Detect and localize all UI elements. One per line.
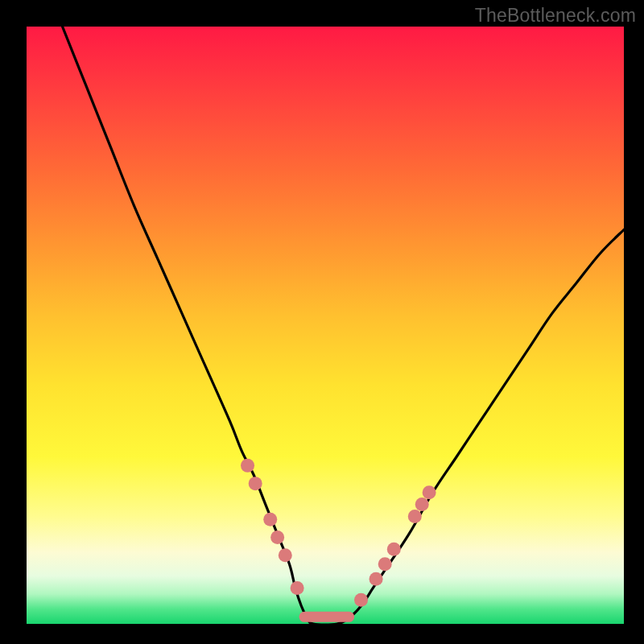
curve-marker bbox=[408, 510, 422, 523]
curve-marker bbox=[354, 593, 368, 607]
curve-marker bbox=[378, 557, 392, 571]
right-markers bbox=[354, 485, 436, 607]
curve-marker bbox=[249, 477, 262, 490]
curve-marker bbox=[291, 581, 304, 595]
watermark-text: TheBottleneck.com bbox=[475, 5, 636, 27]
curve-layer bbox=[27, 27, 624, 624]
curve-marker bbox=[415, 497, 429, 511]
curve-marker bbox=[263, 513, 277, 526]
left-markers bbox=[241, 459, 304, 595]
curve-marker bbox=[241, 459, 254, 473]
curve-marker bbox=[279, 548, 292, 562]
chart-frame: TheBottleneck.com bbox=[0, 0, 644, 644]
bottleneck-curve bbox=[63, 27, 624, 624]
plot-area bbox=[27, 27, 624, 624]
curve-marker bbox=[423, 485, 436, 499]
curve-marker bbox=[369, 572, 383, 586]
curve-marker bbox=[387, 543, 401, 556]
curve-marker bbox=[270, 530, 284, 544]
